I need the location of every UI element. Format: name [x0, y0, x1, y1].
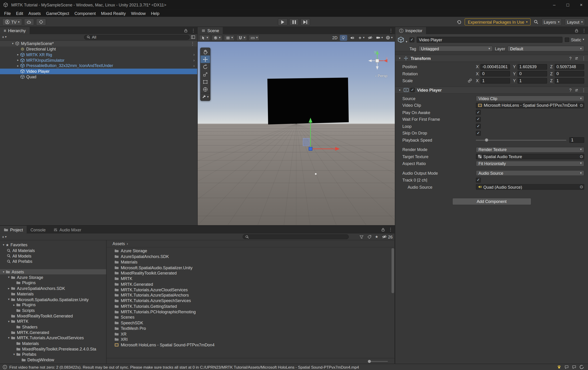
kebab-menu-icon[interactable]: ⋮	[190, 41, 195, 46]
minimize-button[interactable]: –	[548, 0, 561, 10]
scene-visibility-toggle[interactable]	[367, 35, 374, 41]
tree-item[interactable]: MixedRealityToolkit.Prerelease.2.4.0.Sta	[0, 346, 106, 352]
tab-console[interactable]: Console	[27, 226, 49, 233]
object-picker-icon[interactable]: ⊙	[580, 185, 583, 189]
saved-search-star-icon[interactable]: ★	[375, 235, 378, 239]
breadcrumb-assets[interactable]: Assets	[113, 241, 125, 246]
render-mode-dropdown[interactable]: Render Texture ▾	[476, 147, 584, 152]
rotation-x-field[interactable]: 0	[480, 71, 510, 76]
play-button[interactable]	[278, 18, 287, 25]
maximize-button[interactable]: □	[561, 0, 575, 10]
kebab-menu-icon[interactable]: ⋮	[582, 56, 586, 61]
create-object-button[interactable]: + ▾	[2, 35, 6, 40]
position-z-field[interactable]: 0.5097348	[555, 64, 584, 70]
project-list-item[interactable]: MRTK.Tutorials.AzureSpeechServices	[106, 298, 394, 303]
menu-assets[interactable]: Assets	[26, 11, 43, 16]
version-control-button[interactable]	[36, 18, 46, 25]
tree-item[interactable]: MRTK.Generated	[0, 329, 106, 335]
gameobject-name-field[interactable]: Video Player	[417, 37, 563, 43]
effects-dropdown[interactable]: ▾	[357, 35, 365, 41]
project-list-item[interactable]: Scenes	[106, 314, 394, 320]
hidden-packages-toggle[interactable]: 26	[382, 235, 393, 239]
scale-x-field[interactable]: 1	[480, 78, 510, 83]
foldout-expanded-icon[interactable]: ▾	[7, 320, 11, 323]
project-list-item[interactable]: MixedRealityToolkit.Generated	[106, 270, 394, 276]
cloud-services-button[interactable]	[24, 18, 34, 25]
tree-item-assets[interactable]: ▾ Assets	[0, 269, 106, 275]
source-dropdown[interactable]: Video Clip ▾	[476, 96, 584, 101]
project-list-item[interactable]: Azure Storage	[106, 248, 394, 254]
presets-icon[interactable]	[575, 56, 578, 60]
hierarchy-item-quad[interactable]: Quad	[0, 74, 197, 80]
hierarchy-scene-row[interactable]: ▾ MySampleScene* ⋮	[0, 41, 197, 46]
tree-item[interactable]: MixedRealityToolkit.Generated	[0, 313, 106, 319]
video-quad-object[interactable]	[267, 78, 349, 124]
static-checkbox[interactable]	[565, 37, 570, 42]
foldout-expanded-icon[interactable]: ▾	[2, 270, 6, 274]
video-player-component-header[interactable]: ▾ ✓ Video Player ? ⋮	[395, 86, 588, 93]
tree-item[interactable]: DebugWindow	[0, 357, 106, 363]
project-list-item[interactable]: MRTK.Tutorials.GettingStarted	[106, 303, 394, 309]
collab-icon[interactable]	[572, 365, 577, 369]
prefab-open-chevron-icon[interactable]: ›	[193, 58, 194, 62]
console-message-icon[interactable]	[564, 365, 569, 369]
scale-z-field[interactable]: 1	[555, 78, 584, 83]
menu-gameobject[interactable]: GameObject	[43, 11, 72, 16]
menu-window[interactable]: Window	[128, 11, 148, 16]
orientation-gizmo[interactable]: y x	[366, 49, 389, 72]
menu-component[interactable]: Component	[72, 11, 98, 16]
tree-item[interactable]: ▸Plugins	[0, 302, 106, 308]
menu-file[interactable]: File	[2, 11, 13, 16]
tag-dropdown[interactable]: Untagged ▾	[418, 46, 493, 51]
active-checkbox[interactable]: ✓	[410, 37, 414, 42]
object-picker-icon[interactable]: ⊙	[580, 154, 583, 159]
gizmo-plane-handle[interactable]	[303, 138, 309, 146]
experimental-packages-badge[interactable]: Experimental Packages In Use ▾	[465, 18, 531, 25]
tree-item[interactable]: Materials	[0, 291, 106, 297]
object-picker-icon[interactable]: ⊙	[580, 103, 583, 108]
prefab-open-chevron-icon[interactable]: ›	[193, 64, 194, 68]
layout-dropdown[interactable]: Layout ▾	[565, 18, 585, 25]
hierarchy-item-mrtk-input-simulator[interactable]: ▸ MRTKInputSimulator ›	[0, 57, 197, 63]
help-icon[interactable]: ?	[569, 88, 571, 92]
foldout-expanded-icon[interactable]: ▾	[2, 243, 6, 247]
draw-mode-dropdown[interactable]: ▾	[211, 35, 222, 41]
video-clip-object-field[interactable]: Microsoft HoloLens - Spatial Sound-PTPvx…	[476, 103, 584, 108]
tab-project[interactable]: Project	[0, 226, 27, 233]
menu-help[interactable]: Help	[148, 11, 162, 16]
custom-tool-dropdown[interactable]: ▾	[201, 93, 210, 101]
slider-thumb[interactable]	[368, 360, 371, 363]
foldout-collapsed-icon[interactable]: ▸	[12, 303, 16, 307]
create-asset-button[interactable]: + ▾	[2, 235, 6, 239]
rotate-tool[interactable]	[201, 63, 210, 71]
kebab-menu-icon[interactable]: ⋮	[191, 28, 195, 33]
favorite-all-materials[interactable]: All Materials	[0, 248, 106, 253]
tab-audio-mixer[interactable]: Audio Mixer	[49, 226, 85, 233]
hierarchy-item-mrtk-xr-rig[interactable]: ▸ MRTK XR Rig ›	[0, 52, 197, 57]
scene-viewport[interactable]: ▾ y x ‹ Persp	[198, 41, 395, 225]
menu-mixed-reality[interactable]: Mixed Reality	[98, 11, 128, 16]
lock-icon[interactable]	[381, 227, 385, 232]
project-list-item[interactable]: TextMesh Pro	[106, 326, 394, 331]
playback-speed-field[interactable]: 1	[569, 137, 584, 143]
favorites-root[interactable]: ▾ ★ Favorites	[0, 242, 106, 248]
hand-tool[interactable]	[201, 48, 210, 56]
layers-dropdown[interactable]: Layers ▾	[541, 18, 562, 25]
playback-speed-slider[interactable]	[476, 137, 567, 143]
layer-dropdown[interactable]: Default ▾	[507, 46, 584, 51]
foldout-collapsed-icon[interactable]: ▸	[7, 287, 11, 290]
chevron-down-icon[interactable]: ▾	[583, 38, 584, 41]
grid-visibility-dropdown[interactable]: ▾	[224, 35, 235, 41]
project-list-item[interactable]: XR	[106, 331, 394, 337]
status-message[interactable]: First video frame not zero: 2 (0.083422s…	[10, 365, 359, 369]
foldout-collapsed-icon[interactable]: ▸	[16, 53, 21, 56]
thumbnail-zoom-slider[interactable]	[368, 361, 388, 362]
undo-history-icon[interactable]	[456, 19, 462, 25]
slider-thumb[interactable]	[485, 138, 488, 142]
skip-on-drop-checkbox[interactable]: ✓	[476, 131, 481, 136]
toggle-2d-button[interactable]: 2D	[331, 35, 339, 41]
constrain-proportions-icon[interactable]	[468, 79, 472, 83]
scale-y-field[interactable]: 1	[517, 78, 547, 83]
kebab-menu-icon[interactable]: ⋮	[582, 28, 586, 33]
project-search-input[interactable]	[243, 234, 349, 239]
